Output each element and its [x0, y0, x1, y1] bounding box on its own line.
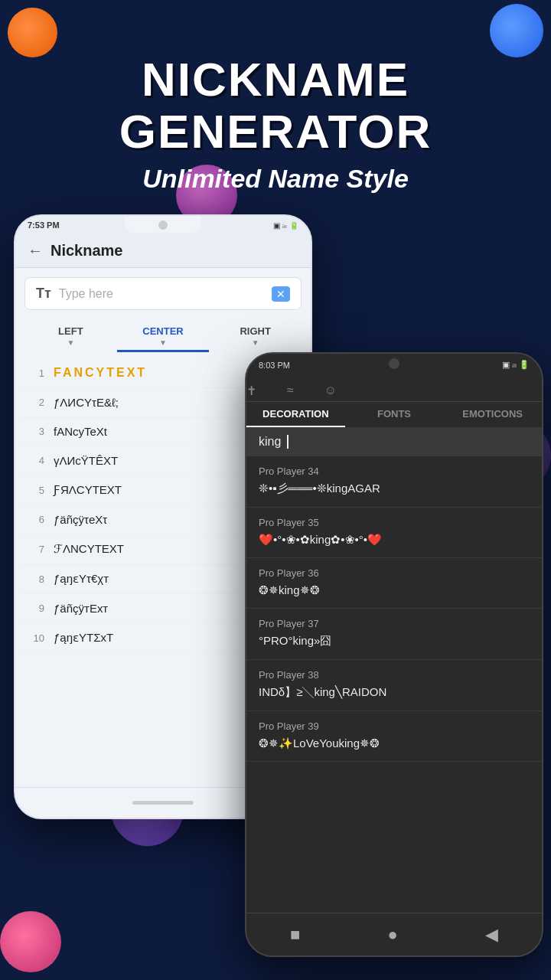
- tab-icon-2: ☺: [324, 384, 337, 398]
- input-placeholder[interactable]: Type here: [59, 287, 264, 301]
- list-item-text: γΛИcΫTÊXT: [54, 454, 118, 467]
- nav-square-icon[interactable]: ■: [290, 925, 300, 945]
- left-status-icons: ▣ ᵢₗₗ 🔋: [273, 221, 298, 230]
- list-item-text: ƑЯΛCΥΤΕΧΤ: [54, 483, 122, 497]
- right-status-icons: ▣ ᵢₗₗ 🔋: [502, 360, 530, 370]
- list-item-num: 10: [28, 632, 44, 644]
- result-item[interactable]: Pro Player 38INDδ】≥╲king╲RAIDON: [246, 660, 542, 711]
- phones-area: 7:53 PM ▣ ᵢₗₗ 🔋 ← Nickname Tт Type here …: [0, 199, 551, 980]
- right-bottom-bar: ■ ● ◀: [246, 913, 542, 956]
- results-list: Pro Player 34❊•▪︎彡═══•❊kingAGARPro Playe…: [246, 456, 542, 762]
- back-arrow-icon[interactable]: ←: [28, 242, 43, 260]
- alignment-bar: LEFT ▼ CENTER ▼ RIGHT ▼: [24, 319, 302, 352]
- tab-emoticons[interactable]: EMOTICONS: [443, 402, 542, 427]
- player-name: Pro Player 35: [259, 517, 530, 528]
- player-name: Pro Player 39: [259, 720, 530, 732]
- player-name: Pro Player 34: [259, 466, 530, 477]
- home-indicator: [132, 801, 194, 805]
- tab-icons-row: ✝ ≈ ☺: [246, 379, 337, 401]
- nav-back-icon[interactable]: ◀: [485, 925, 498, 945]
- right-phone: 8:03 PM ▣ ᵢₗₗ 🔋 ✝ ≈ ☺ DECORATION FONTS E…: [245, 352, 543, 957]
- search-input-text[interactable]: king: [259, 435, 281, 449]
- tab-icon-0: ✝: [246, 384, 256, 398]
- right-search-area[interactable]: king: [246, 427, 542, 456]
- nav-home-icon[interactable]: ●: [387, 925, 397, 945]
- list-item-text: ƒΛИCΥτE&ℓ;: [54, 396, 119, 409]
- main-title: NICKNAME GENERATOR: [0, 54, 551, 158]
- result-item[interactable]: Pro Player 37°PRO°king»囧: [246, 609, 542, 660]
- decoration-blob-blue: [490, 4, 543, 57]
- list-item-num: 9: [28, 603, 44, 614]
- list-item-num: 2: [28, 397, 44, 408]
- list-item-text: fΑNcyTeXt: [54, 425, 107, 438]
- styled-nickname: °PRO°king»囧: [259, 634, 530, 648]
- right-tab-bar: ✝ ≈ ☺: [246, 376, 542, 402]
- list-item-num: 3: [28, 426, 44, 437]
- styled-nickname: INDδ】≥╲king╲RAIDON: [259, 685, 530, 700]
- right-phone-notch: [348, 354, 440, 372]
- player-name: Pro Player 36: [259, 567, 530, 579]
- list-item-num: 7: [28, 544, 44, 555]
- left-status-time: 7:53 PM: [28, 220, 60, 230]
- right-phone-camera: [389, 358, 399, 369]
- styled-nickname: ❂✵✨LoVeYouking✵❂: [259, 737, 530, 750]
- list-item-text: ƒäñçÿтEхт: [54, 602, 108, 615]
- right-status-time: 8:03 PM: [259, 361, 290, 370]
- cursor: [287, 435, 289, 449]
- decoration-blob-orange: [8, 8, 57, 57]
- list-item-num: 6: [28, 514, 44, 525]
- result-item[interactable]: Pro Player 36❂✵king✵❂: [246, 558, 542, 609]
- result-item[interactable]: Pro Player 39❂✵✨LoVeYouking✵❂: [246, 711, 542, 762]
- list-item-text: ℱΛNСΥТΕΧΤ: [54, 542, 124, 556]
- align-left-button[interactable]: LEFT ▼: [24, 319, 117, 352]
- align-right-button[interactable]: RIGHT ▼: [209, 319, 302, 352]
- left-phone-camera: [158, 220, 168, 230]
- result-item[interactable]: Pro Player 35❤️•°•❀•✿king✿•❀•°•❤️: [246, 508, 542, 558]
- list-item-text: ƒäñçÿτeXτ: [54, 513, 107, 526]
- tab-labels-row: DECORATION FONTS EMOTICONS: [246, 402, 542, 427]
- styled-nickname: ❂✵king✵❂: [259, 583, 530, 597]
- styled-nickname: ❊•▪︎彡═══•❊kingAGAR: [259, 482, 530, 496]
- list-item-num: 4: [28, 455, 44, 466]
- header: NICKNAME GENERATOR Unlimited Name Style: [0, 54, 551, 194]
- list-item-text: ƒąŋɛΥТΣхТ: [54, 631, 113, 645]
- list-item-num: 1: [28, 368, 44, 379]
- tab-fonts[interactable]: FONTS: [345, 402, 444, 427]
- left-input-area[interactable]: Tт Type here ✕: [24, 277, 302, 310]
- text-format-icon: Tт: [36, 286, 51, 302]
- sub-title: Unlimited Name Style: [0, 164, 551, 194]
- left-app-title: Nickname: [51, 242, 123, 260]
- left-phone-notch: [125, 216, 201, 233]
- tab-icon-1: ≈: [287, 384, 294, 398]
- tab-decoration[interactable]: DECORATION: [246, 402, 345, 427]
- list-item-num: 8: [28, 573, 44, 585]
- align-center-button[interactable]: CENTER ▼: [117, 319, 210, 352]
- player-name: Pro Player 37: [259, 618, 530, 629]
- list-item-text: FANCYTEXT: [54, 366, 147, 380]
- list-item-text: ƒąŋɛΥτ€χт: [54, 572, 109, 586]
- player-name: Pro Player 38: [259, 669, 530, 681]
- result-item[interactable]: Pro Player 34❊•▪︎彡═══•❊kingAGAR: [246, 456, 542, 508]
- list-item-num: 5: [28, 485, 44, 496]
- clear-button[interactable]: ✕: [272, 286, 290, 302]
- left-app-bar: ← Nickname: [15, 234, 311, 268]
- styled-nickname: ❤️•°•❀•✿king✿•❀•°•❤️: [259, 533, 530, 547]
